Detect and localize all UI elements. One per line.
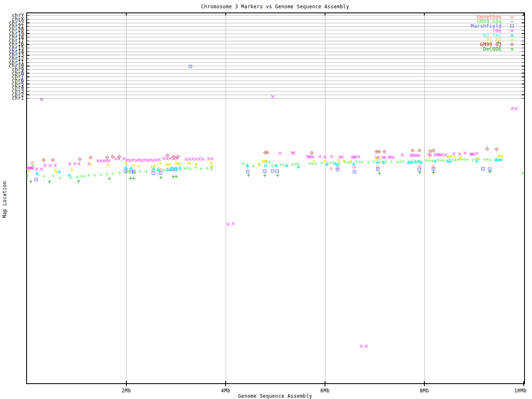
data-point-tng xyxy=(69,163,71,165)
data-point-gm99-gb4 xyxy=(69,176,72,180)
x-axis-label: Genome Sequence Assembly xyxy=(238,393,312,399)
data-point-gm99-g3 xyxy=(266,151,269,154)
data-point-wi-rh xyxy=(378,157,381,160)
data-point-gm99-gb4 xyxy=(26,174,29,177)
data-point-gm99-g3 xyxy=(377,150,381,153)
data-point-wi-rh xyxy=(70,168,74,172)
chart-title: Chromosome 3 Markers vs Genome Sequence … xyxy=(201,4,349,10)
data-point-tng xyxy=(207,158,210,160)
data-point-wi-rh xyxy=(150,165,153,168)
chart-root: chrYchrXchr22chr21chr20chr19chr18chr17ch… xyxy=(0,0,532,399)
data-point-gm99-gb4 xyxy=(145,170,148,173)
data-point-genethon xyxy=(31,161,34,165)
data-point-gm99-gb4 xyxy=(361,160,364,164)
data-point-tng xyxy=(105,160,108,163)
x-tick-label: 10Mb xyxy=(514,388,527,394)
data-point-tng xyxy=(114,158,117,160)
data-point-tng xyxy=(308,155,311,158)
data-point-marshfield xyxy=(377,168,379,171)
data-point-tng xyxy=(475,152,478,155)
data-point-gm99-g3 xyxy=(432,149,435,152)
data-point-decode xyxy=(263,174,266,177)
data-point-tng xyxy=(163,157,165,160)
data-point-gm99-gb4 xyxy=(183,167,187,170)
data-point-wi-rh xyxy=(168,163,172,166)
data-point-gm99-gb4 xyxy=(489,158,492,162)
data-point-tng xyxy=(140,159,143,162)
y-tick-label: chr1 xyxy=(12,95,24,101)
data-point-tng xyxy=(227,223,230,226)
data-point-gm99-gb4 xyxy=(111,172,115,175)
data-point-marshfield xyxy=(35,178,38,181)
data-point-decode xyxy=(172,175,175,178)
data-point-tng xyxy=(166,158,169,160)
data-point-tng xyxy=(464,152,467,155)
data-point-wi-rh xyxy=(349,160,352,163)
data-point-decode xyxy=(432,171,435,174)
data-point-gm99-gb4 xyxy=(93,173,96,177)
data-point-wi-rh xyxy=(27,170,30,173)
data-point-gm99-g3 xyxy=(485,147,489,150)
data-point-wi-yac xyxy=(285,164,288,167)
data-point-gm99-gb4 xyxy=(372,160,376,163)
data-point-tng xyxy=(306,155,309,158)
data-point-tng xyxy=(172,158,175,160)
data-point-tng xyxy=(143,159,146,162)
data-point-tng xyxy=(341,156,344,159)
data-point-marshfield xyxy=(271,170,274,172)
data-point-gm99-gb4 xyxy=(483,158,486,161)
data-point-wi-rh xyxy=(209,161,213,165)
data-point-wi-rh xyxy=(188,162,192,165)
data-point-wi-rh xyxy=(124,162,128,165)
data-point-tng xyxy=(132,159,135,162)
data-point-gm99-gb4 xyxy=(205,167,209,170)
data-point-gm99-gb4 xyxy=(454,158,457,162)
data-point-wi-rh xyxy=(257,162,261,165)
legend-symbol-wi-yac xyxy=(510,34,514,37)
data-point-gm99-gb4 xyxy=(428,159,431,163)
data-point-wi-yac xyxy=(35,172,39,175)
data-point-decode xyxy=(247,174,250,177)
data-point-tng xyxy=(97,160,100,163)
data-point-gm99-g3 xyxy=(111,155,114,158)
data-point-wi-yac xyxy=(325,163,328,165)
data-point-gm99-gb4 xyxy=(314,162,318,165)
data-point-tng xyxy=(351,156,354,159)
data-point-wi-rh xyxy=(337,158,340,162)
data-point-tng xyxy=(35,168,38,171)
data-point-tng xyxy=(129,159,132,162)
y-axis-label: Map Location xyxy=(2,181,7,218)
data-point-gm99-gb4 xyxy=(439,159,443,162)
data-point-marshfield xyxy=(159,172,162,175)
data-point-wi-yac xyxy=(129,166,133,169)
data-point-gm99-gb4 xyxy=(401,160,405,163)
data-point-wi-rh xyxy=(453,155,457,159)
data-point-wi-rh xyxy=(159,162,162,165)
data-point-wi-rh xyxy=(137,165,140,168)
data-point-wi-rh xyxy=(195,163,198,166)
data-point-wi-yac xyxy=(246,163,249,166)
data-point-decode xyxy=(108,177,111,180)
data-point-tng xyxy=(392,156,395,159)
data-point-tng xyxy=(401,154,404,157)
data-point-decode xyxy=(175,175,178,178)
data-point-wi-yac xyxy=(124,166,128,169)
legend-symbol-tng xyxy=(511,30,514,32)
data-point-gm99-gb4 xyxy=(200,167,203,170)
data-point-tng xyxy=(195,158,198,161)
data-point-gm99-gb4 xyxy=(291,163,294,166)
data-point-wi-rh xyxy=(323,160,327,163)
data-point-tng xyxy=(74,163,76,165)
data-point-tng xyxy=(293,152,296,155)
data-point-tng xyxy=(232,222,235,225)
data-point-gm99-g3 xyxy=(166,154,169,157)
data-point-tng xyxy=(44,164,47,167)
data-point-gm99-gb4 xyxy=(162,168,165,172)
data-point-wi-rh xyxy=(178,163,181,166)
data-point-wi-rh xyxy=(342,159,345,163)
data-point-tng xyxy=(103,160,106,163)
data-point-gm99-gb4 xyxy=(252,165,255,168)
data-point-tng xyxy=(169,157,172,160)
x-tick-label: 8Mb xyxy=(420,388,429,394)
data-point-gm99-gb4 xyxy=(271,164,274,167)
